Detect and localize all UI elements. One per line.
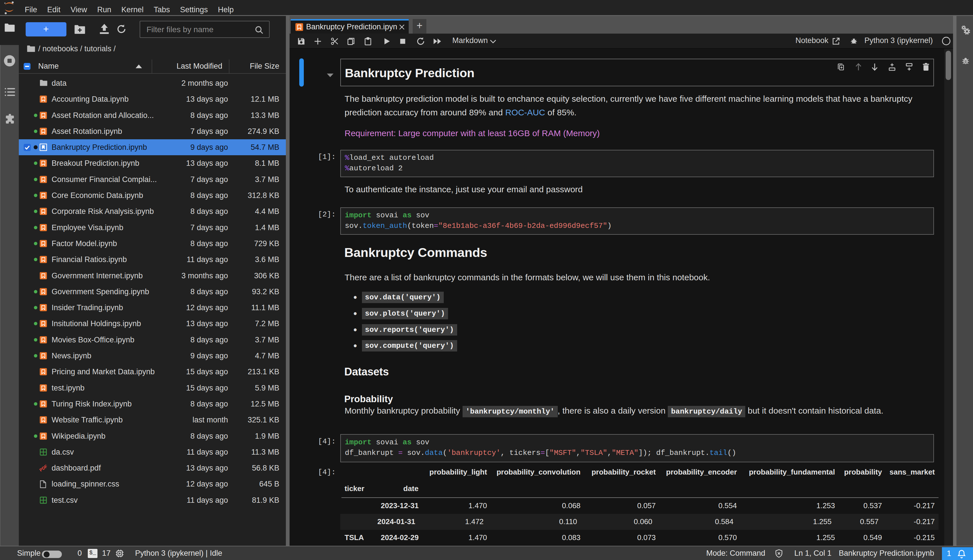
svg-text:PDF: PDF bbox=[39, 464, 48, 472]
